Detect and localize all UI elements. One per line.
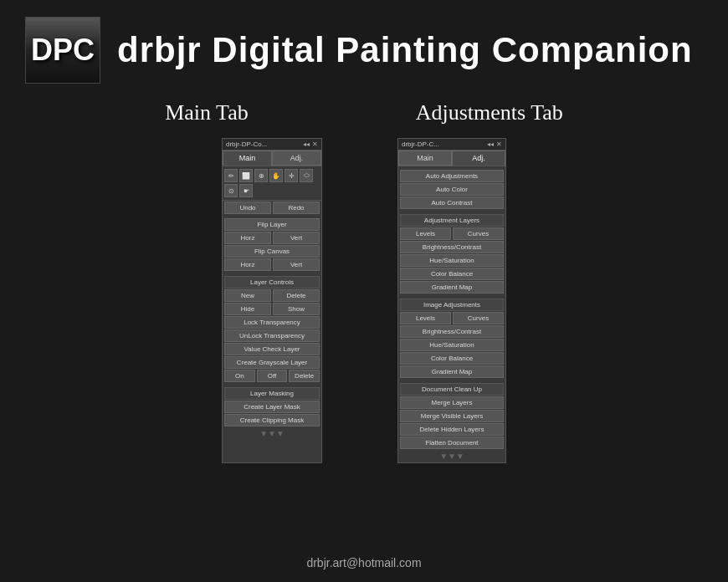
adj-tab-adj[interactable]: Adj. — [452, 151, 505, 166]
flip-canvas-vert-button[interactable]: Vert — [273, 258, 320, 271]
adj-levels2-button[interactable]: Levels — [400, 312, 451, 324]
adj-close-icon[interactable]: ✕ — [496, 140, 502, 148]
redo-button[interactable]: Redo — [273, 202, 320, 214]
move-icon[interactable]: ✛ — [285, 169, 298, 182]
zoom-icon[interactable]: ⊙ — [224, 184, 238, 197]
delete-hidden-button[interactable]: Delete Hidden Layers — [400, 423, 504, 436]
image-adjustments-header[interactable]: Image Adjustments — [400, 299, 504, 311]
off-button[interactable]: Off — [257, 370, 288, 382]
auto-color-button[interactable]: Auto Color — [400, 183, 504, 196]
main-panel-titlebar: drbjr-DP-Co... ◂◂ ✕ — [223, 139, 321, 151]
main-panel-title: drbjr-DP-Co... — [226, 140, 267, 148]
adjustment-layers-header[interactable]: Adjustment Layers — [400, 214, 504, 227]
tools-row: ✏ ⬜ ⊕ ✋ ✛ ⬭ ⊙ ☛ — [223, 166, 321, 201]
lasso-icon[interactable]: ⬭ — [300, 169, 313, 182]
brush-icon[interactable]: ✏ — [224, 169, 238, 182]
footer: drbjr.art@hotmail.com — [0, 556, 728, 569]
layer-controls-header[interactable]: Layer Controls — [224, 276, 320, 288]
adj-scroll-indicator: ▼▼▼ — [398, 450, 505, 462]
adj-gradient-map1-button[interactable]: Gradient Map — [400, 281, 504, 294]
hide-show-row: Hide Show — [224, 303, 320, 315]
undo-redo-row: Undo Redo — [224, 202, 320, 214]
new-layer-button[interactable]: New — [224, 289, 271, 302]
section-labels: Main Tab Adjustments Tab — [0, 100, 728, 125]
adj-panel: drbjr-DP-C... ◂◂ ✕ Main Adj. Auto Adjust… — [397, 138, 506, 463]
create-layer-mask-button[interactable]: Create Layer Mask — [224, 401, 320, 413]
adj-color-balance1-button[interactable]: Color Balance — [400, 268, 504, 280]
adj-collapse-icon[interactable]: ◂◂ — [487, 140, 494, 148]
create-clipping-mask-button[interactable]: Create Clipping Mask — [224, 414, 320, 426]
pan-icon[interactable]: ☛ — [239, 184, 253, 197]
tab-adj[interactable]: Adj. — [272, 151, 321, 166]
flip-canvas-horz-button[interactable]: Horz — [224, 258, 271, 271]
flatten-button[interactable]: Flatten Document — [400, 436, 504, 449]
adj-hue-saturation1-button[interactable]: Hue/Saturation — [400, 254, 504, 267]
flip-layer-horz-vert-row: Horz Vert — [224, 232, 320, 244]
new-delete-row: New Delete — [224, 289, 320, 302]
close-icon[interactable]: ✕ — [312, 140, 318, 148]
lock-transparency-button[interactable]: Lock Transparency — [224, 316, 320, 329]
collapse-icon[interactable]: ◂◂ — [303, 140, 310, 148]
hide-layer-button[interactable]: Hide — [224, 303, 271, 315]
adj-gradient-map2-button[interactable]: Gradient Map — [400, 365, 504, 378]
header: DPC drbjr Digital Painting Companion — [0, 0, 728, 92]
adj-hue-saturation2-button[interactable]: Hue/Saturation — [400, 339, 504, 351]
adj-panel-titlebar: drbjr-DP-C... ◂◂ ✕ — [398, 139, 505, 151]
show-layer-button[interactable]: Show — [273, 303, 320, 315]
adj-brightness-contrast2-button[interactable]: Brightness/Contrast — [400, 325, 504, 338]
main-scroll-indicator: ▼▼▼ — [223, 427, 321, 440]
flip-canvas-horz-vert-row: Horz Vert — [224, 258, 320, 271]
merge-layers-button[interactable]: Merge Layers — [400, 396, 504, 409]
smudge-icon[interactable]: ✋ — [269, 169, 283, 182]
on-off-delete-row: On Off Delete — [224, 370, 320, 382]
flip-layer-horz-button[interactable]: Horz — [224, 232, 271, 244]
adj-tab-main[interactable]: Main — [398, 151, 452, 166]
document-cleanup-header[interactable]: Document Clean Up — [400, 383, 504, 396]
adj-levels1-button[interactable]: Levels — [400, 227, 451, 240]
create-grayscale-button[interactable]: Create Grayscale Layer — [224, 356, 320, 369]
flip-canvas-button[interactable]: Flip Canvas — [224, 245, 320, 258]
eraser-icon[interactable]: ⬜ — [239, 169, 253, 182]
layer-masking-header[interactable]: Layer Masking — [224, 387, 320, 400]
flip-layer-vert-button[interactable]: Vert — [273, 232, 320, 244]
flip-layer-button[interactable]: Flip Layer — [224, 218, 320, 231]
tab-main[interactable]: Main — [223, 151, 272, 166]
adj-panel-tabs: Main Adj. — [398, 151, 505, 166]
value-check-layer-button[interactable]: Value Check Layer — [224, 343, 320, 355]
unlock-transparency-button[interactable]: UnLock Transparency — [224, 329, 320, 342]
adj-tab-label: Adjustments Tab — [416, 100, 563, 125]
main-panel-tabs: Main Adj. — [223, 151, 321, 166]
delete2-button[interactable]: Delete — [289, 370, 320, 382]
adj-curves1-button[interactable]: Curves — [453, 227, 504, 240]
delete-layer-button[interactable]: Delete — [273, 289, 320, 302]
adj-panel-title: drbjr-DP-C... — [402, 140, 439, 148]
merge-visible-button[interactable]: Merge Visible Layers — [400, 410, 504, 422]
eyedropper-icon[interactable]: ⊕ — [254, 169, 268, 182]
adj-color-balance2-button[interactable]: Color Balance — [400, 352, 504, 365]
auto-contrast-button[interactable]: Auto Contrast — [400, 197, 504, 209]
logo-text: DPC — [31, 33, 95, 68]
adj-title-bar-controls: ◂◂ ✕ — [487, 140, 502, 148]
adj-curves2-button[interactable]: Curves — [453, 312, 504, 324]
footer-email: drbjr.art@hotmail.com — [306, 556, 421, 569]
adj-levels-curves-row2: Levels Curves — [400, 312, 504, 324]
main-tab-label: Main Tab — [165, 100, 249, 125]
auto-adjustments-button[interactable]: Auto Adjustments — [400, 170, 504, 182]
app-title: drbjr Digital Painting Companion — [117, 30, 693, 70]
panels-container: drbjr-DP-Co... ◂◂ ✕ Main Adj. ✏ ⬜ ⊕ ✋ ✛ … — [0, 138, 728, 463]
undo-button[interactable]: Undo — [224, 202, 271, 214]
main-panel: drbjr-DP-Co... ◂◂ ✕ Main Adj. ✏ ⬜ ⊕ ✋ ✛ … — [222, 138, 322, 463]
adj-brightness-contrast1-button[interactable]: Brightness/Contrast — [400, 241, 504, 253]
on-button[interactable]: On — [224, 370, 255, 382]
adj-levels-curves-row1: Levels Curves — [400, 227, 504, 240]
logo-box: DPC — [25, 17, 100, 84]
title-bar-controls: ◂◂ ✕ — [303, 140, 318, 148]
